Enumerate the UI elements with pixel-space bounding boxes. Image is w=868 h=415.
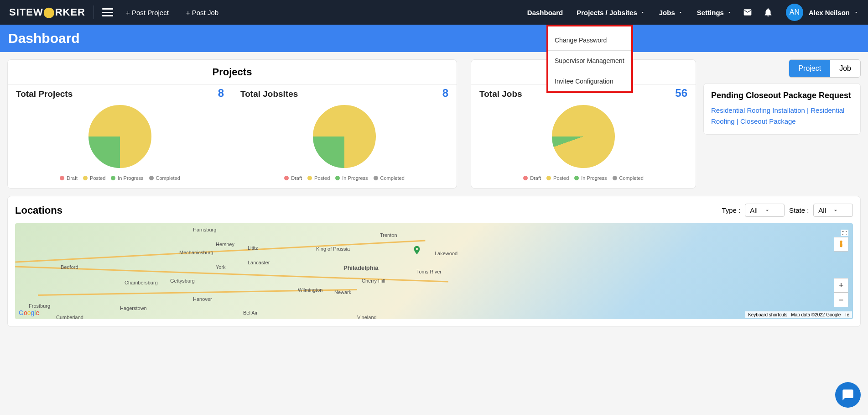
locations-title: Locations (15, 205, 62, 216)
zoom-out-button[interactable]: − (834, 293, 848, 307)
map-marker-icon[interactable] (412, 244, 422, 257)
nav-projects-jobsites[interactable]: Projects / Jobsites (577, 9, 645, 16)
pending-title: Pending Closeout Package Request (711, 91, 853, 100)
chevron-down-icon (764, 207, 770, 214)
legend-posted: Posted (546, 175, 569, 181)
terms-link[interactable]: Te (844, 312, 849, 317)
state-select[interactable]: All (813, 204, 853, 217)
zoom-in-button[interactable]: + (834, 278, 848, 293)
total-jobsites-label: Total Jobsites (240, 89, 298, 99)
chevron-down-icon (640, 10, 645, 15)
avatar[interactable]: AN (786, 4, 803, 21)
total-projects-label: Total Projects (16, 89, 73, 99)
projects-header: Projects (8, 60, 457, 85)
legend-inprogress: In Progress (335, 175, 368, 181)
legend-draft: Draft (523, 175, 541, 181)
total-jobsites-count: 8 (442, 87, 448, 100)
settings-supervisor-management[interactable]: Supervisor Management (548, 50, 631, 71)
total-projects-panel: Total Projects 8 Draft Posted In Progres… (8, 85, 232, 188)
nav-jobs[interactable]: Jobs (659, 9, 683, 16)
total-projects-count: 8 (218, 87, 224, 100)
legend: Draft Posted In Progress Completed (479, 175, 687, 181)
divider (94, 5, 94, 19)
nav-settings[interactable]: Settings (697, 9, 732, 16)
pending-closeout-box: Pending Closeout Package Request Residen… (703, 83, 861, 135)
total-jobs-label: Total Jobs (479, 89, 522, 99)
jobsites-pie-chart (312, 104, 377, 169)
chevron-down-icon (832, 207, 839, 214)
legend: Draft Posted In Progress Completed (240, 175, 448, 181)
legend-completed: Completed (149, 175, 180, 181)
svg-rect-1 (840, 243, 842, 247)
type-label: Type : (722, 206, 740, 214)
right-panel: Project Job Pending Closeout Package Req… (703, 59, 861, 189)
main-content: Projects Total Projects 8 Draft Posted I… (0, 52, 868, 196)
total-jobsites-panel: Total Jobsites 8 Draft Posted In Progres… (232, 85, 457, 188)
page-title: Dashboard (8, 31, 80, 46)
projects-card: Projects Total Projects 8 Draft Posted I… (7, 59, 457, 189)
menu-icon[interactable] (102, 8, 113, 16)
bell-icon[interactable] (763, 7, 773, 18)
jobs-pie-chart (551, 104, 616, 169)
chevron-down-icon (853, 10, 859, 15)
legend-posted: Posted (307, 175, 330, 181)
user-menu[interactable]: Alex Neilson (809, 9, 859, 16)
keyboard-shortcuts-link[interactable]: Keyboard shortcuts (748, 312, 787, 317)
legend-inprogress: In Progress (111, 175, 143, 181)
chevron-down-icon (678, 10, 683, 15)
google-logo: Google (19, 309, 39, 316)
settings-change-password[interactable]: Change Password (548, 26, 631, 50)
streetview-icon[interactable] (834, 237, 848, 252)
brand-logo[interactable]: SITEW⬤RKER (9, 6, 85, 18)
legend-inprogress: In Progress (574, 175, 607, 181)
legend-posted: Posted (83, 175, 105, 181)
nav-dashboard[interactable]: Dashboard (527, 9, 563, 16)
legend-draft: Draft (284, 175, 302, 181)
project-job-toggle: Project Job (789, 59, 861, 78)
pending-request-link[interactable]: Residential Roofing Installation | Resid… (711, 105, 853, 127)
map-data-text: Map data ©2022 Google (791, 312, 841, 317)
total-jobs-panel: Total Jobs 56 Draft Posted In Progress C… (471, 85, 696, 188)
map[interactable]: Harrisburg Hershey Lititz Lancaster York… (15, 223, 853, 319)
state-label: State : (789, 206, 809, 214)
toggle-job[interactable]: Job (830, 60, 860, 77)
map-attribution: Keyboard shortcuts Map data ©2022 Google… (745, 311, 852, 318)
settings-dropdown: Change Password Supervisor Management In… (546, 25, 633, 93)
locations-card: Locations Type : All State : All Harrisb… (7, 196, 861, 327)
projects-pie-chart (88, 104, 152, 169)
total-jobs-count: 56 (675, 87, 687, 100)
top-nav: SITEW⬤RKER + Post Project + Post Job Das… (0, 0, 868, 25)
fullscreen-icon[interactable]: ⛶ (841, 230, 848, 236)
type-select[interactable]: All (745, 204, 785, 217)
post-project-link[interactable]: + Post Project (126, 9, 169, 16)
legend-completed: Completed (374, 175, 405, 181)
toggle-project[interactable]: Project (789, 60, 830, 77)
chevron-down-icon (727, 10, 732, 15)
settings-invitee-configuration[interactable]: Invitee Configuration (548, 71, 631, 91)
post-job-link[interactable]: + Post Job (186, 9, 218, 16)
page-header: Dashboard (0, 25, 868, 52)
legend-completed: Completed (613, 175, 644, 181)
mail-icon[interactable] (742, 8, 753, 17)
svg-point-0 (840, 241, 842, 243)
legend-draft: Draft (60, 175, 78, 181)
legend: Draft Posted In Progress Completed (16, 175, 224, 181)
